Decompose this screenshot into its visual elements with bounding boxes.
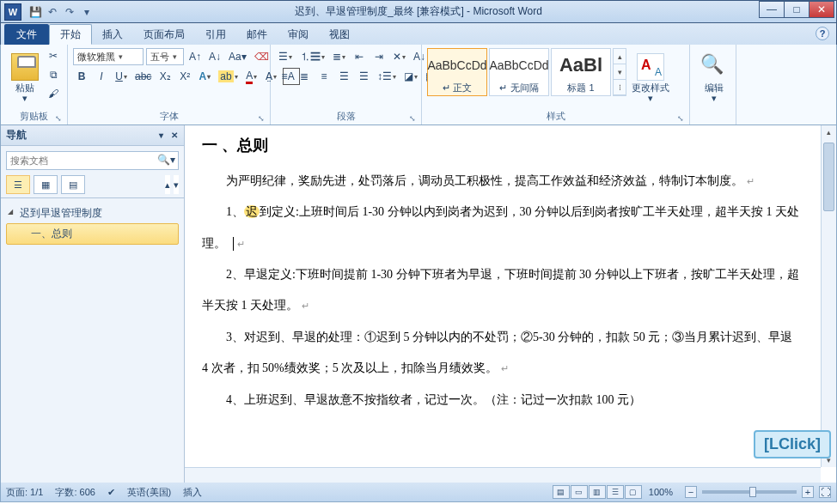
help-icon[interactable]: ? [816, 27, 829, 40]
align-left-icon[interactable]: ≡ [276, 68, 293, 85]
text-effects-icon[interactable]: A [196, 68, 213, 85]
nav-close-icon[interactable]: ✕ [168, 130, 180, 142]
document-content[interactable]: 一 、总则 为严明纪律，奖励先进，处罚落后，调动员工积极性，提高工作效益和经济效… [185, 125, 836, 416]
view-web-icon[interactable]: ▥ [589, 485, 606, 499]
search-icon[interactable]: 🔍▾ [157, 154, 175, 166]
status-mode[interactable]: 插入 [183, 486, 202, 499]
undo-icon[interactable]: ↶ [46, 5, 59, 19]
strikethrough-button[interactable]: abc [132, 68, 154, 85]
justify-icon[interactable]: ☰ [335, 68, 352, 85]
maximize-button[interactable]: □ [784, 1, 810, 18]
group-clipboard: 粘贴▾ ✂ ⧉ 🖌 剪贴板⤡ [1, 45, 68, 124]
nav-prev-icon[interactable]: ▴ [165, 175, 170, 194]
cut-icon[interactable]: ✂ [46, 48, 61, 64]
clipboard-launcher-icon[interactable]: ⤡ [55, 114, 62, 123]
redo-icon[interactable]: ↷ [63, 5, 76, 19]
status-language[interactable]: 英语(美国) [127, 486, 171, 499]
scroll-up-icon[interactable]: ▴ [822, 125, 836, 139]
status-proofing-icon[interactable]: ✔ [107, 487, 115, 498]
nav-tabs: ☰ ▦ ▤ ▴ ▾ [1, 175, 184, 198]
tab-insert[interactable]: 插入 [92, 24, 133, 45]
align-center-icon[interactable]: ≣ [296, 68, 313, 85]
view-buttons: ▤ ▭ ▥ ☰ ▢ [553, 485, 642, 499]
clear-formatting-icon[interactable]: ⌫ [252, 48, 272, 65]
style-nospacing[interactable]: AaBbCcDd ↵ 无间隔 [489, 48, 549, 96]
align-right-icon[interactable]: ≡ [315, 68, 333, 85]
search-input[interactable] [6, 151, 179, 170]
vertical-scrollbar[interactable]: ▴ ▾ [821, 125, 836, 467]
nav-tab-pages[interactable]: ▦ [34, 175, 58, 194]
nav-next-icon[interactable]: ▾ [174, 175, 179, 194]
scroll-thumb[interactable] [823, 143, 834, 211]
tab-references[interactable]: 引用 [195, 24, 236, 45]
minimize-button[interactable]: — [759, 1, 785, 18]
change-styles-button[interactable]: AA 更改样式▾ [626, 48, 675, 108]
paste-button[interactable]: 粘贴▾ [6, 48, 44, 108]
format-painter-icon[interactable]: 🖌 [46, 86, 61, 101]
style-gallery-expand[interactable]: ▴▾⁞ [613, 48, 626, 96]
zoom-fit-button[interactable]: ⛶ [819, 486, 831, 498]
zoom-level[interactable]: 100% [649, 487, 673, 497]
highlight-icon[interactable]: ab [216, 68, 240, 85]
status-bar: 页面: 1/1 字数: 606 ✔ 英语(美国) 插入 ▤ ▭ ▥ ☰ ▢ 10… [0, 483, 837, 502]
italic-button[interactable]: I [93, 68, 110, 85]
distribute-icon[interactable]: ☰ [355, 68, 372, 85]
font-launcher-icon[interactable]: ⤡ [258, 114, 265, 123]
view-fullscreen-icon[interactable]: ▭ [571, 485, 588, 499]
nav-tab-results[interactable]: ▤ [61, 175, 85, 194]
zoom-thumb[interactable] [749, 487, 756, 497]
qat-dropdown-icon[interactable]: ▾ [80, 5, 94, 19]
view-outline-icon[interactable]: ☰ [607, 485, 624, 499]
view-print-layout-icon[interactable]: ▤ [553, 485, 570, 499]
close-button[interactable]: ✕ [809, 1, 834, 18]
status-words[interactable]: 字数: 606 [55, 486, 95, 499]
nav-dropdown-icon[interactable]: ▾ [155, 130, 167, 142]
font-label: 字体 [160, 110, 179, 123]
shading-icon[interactable]: ◪ [401, 68, 420, 85]
style-gallery: AaBbCcDd ↵ 正文 AaBbCcDd ↵ 无间隔 AaBl 标题 1 ▴… [427, 48, 626, 96]
decrease-indent-icon[interactable]: ⇤ [351, 48, 368, 65]
nav-tab-headings[interactable]: ☰ [6, 175, 30, 194]
copy-icon[interactable]: ⧉ [46, 67, 61, 82]
change-styles-icon: AA [637, 53, 664, 81]
tab-review[interactable]: 审阅 [278, 24, 319, 45]
font-family-combo[interactable]: 微软雅黑 [73, 48, 144, 65]
line-spacing-icon[interactable]: ↕☰ [375, 68, 399, 85]
tab-home[interactable]: 开始 [49, 24, 92, 45]
tab-view[interactable]: 视图 [319, 24, 360, 45]
change-case-icon[interactable]: Aa▾ [226, 48, 249, 65]
zoom-slider[interactable] [702, 490, 797, 494]
grow-font-icon[interactable]: A↑ [186, 48, 204, 65]
style-heading1[interactable]: AaBl 标题 1 [551, 48, 611, 96]
style-preview: AaBl [559, 49, 602, 82]
font-color-icon[interactable]: A [243, 68, 260, 85]
superscript-button[interactable]: X² [176, 68, 193, 85]
paragraph-launcher-icon[interactable]: ⤡ [409, 114, 416, 123]
underline-button[interactable]: U [113, 68, 130, 85]
zoom-in-button[interactable]: + [802, 486, 814, 498]
save-icon[interactable]: 💾 [28, 5, 42, 19]
editing-button[interactable]: 🔍 编辑▾ [695, 48, 733, 108]
font-size-combo[interactable]: 五号 [146, 48, 184, 65]
increase-indent-icon[interactable]: ⇥ [370, 48, 388, 65]
styles-launcher-icon[interactable]: ⤡ [677, 114, 684, 123]
bold-button[interactable]: B [73, 68, 90, 85]
tab-layout[interactable]: 页面布局 [133, 24, 195, 45]
group-paragraph: ☰ ⒈☰ ≣ ⇤ ⇥ ✕ A↓ ¶ ≡ ≣ ≡ ☰ ☰ ↕☰ ◪ ▦ 段落⤡ [271, 45, 422, 124]
bullets-icon[interactable]: ☰ [276, 48, 295, 65]
status-page[interactable]: 页面: 1/1 [6, 486, 43, 499]
nav-item-root[interactable]: 迟到早退管理制度 [6, 203, 179, 223]
style-normal[interactable]: AaBbCcDd ↵ 正文 [427, 48, 487, 96]
multilevel-list-icon[interactable]: ≣ [330, 48, 348, 65]
view-draft-icon[interactable]: ▢ [625, 485, 642, 499]
tab-mailings[interactable]: 邮件 [236, 24, 278, 45]
subscript-button[interactable]: X₂ [156, 68, 174, 85]
asian-layout-icon[interactable]: ✕ [390, 48, 408, 65]
horizontal-scrollbar[interactable] [185, 467, 821, 483]
doc-p4-cont: 4 次者，扣 50%绩效奖；5 次及以上，扣除当月绩效奖。↵ [202, 353, 810, 384]
numbering-icon[interactable]: ⒈☰ [297, 48, 327, 65]
shrink-font-icon[interactable]: A↓ [206, 48, 223, 65]
zoom-out-button[interactable]: − [685, 486, 697, 498]
tab-file[interactable]: 文件 [4, 24, 49, 45]
nav-item-section1[interactable]: 一、总则 [6, 223, 179, 245]
